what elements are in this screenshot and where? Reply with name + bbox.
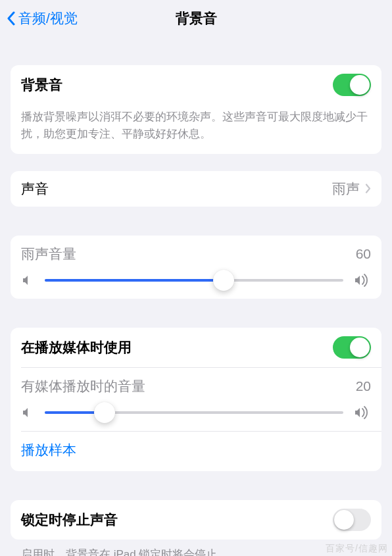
sound-select-group: 声音 雨声 bbox=[11, 171, 381, 207]
rain-volume-block: 雨声音量 60 bbox=[11, 236, 381, 299]
sound-select-label: 声音 bbox=[21, 180, 49, 198]
stop-on-lock-group: 锁定时停止声音 bbox=[11, 500, 381, 540]
sound-select-value-wrap: 雨声 bbox=[332, 180, 371, 198]
use-with-media-switch[interactable] bbox=[333, 336, 371, 359]
back-button[interactable]: 音频/视觉 bbox=[5, 9, 78, 28]
volume-max-icon bbox=[354, 406, 371, 419]
volume-min-icon bbox=[21, 274, 34, 287]
background-sound-description: 播放背景噪声以消弭不必要的环境杂声。这些声音可最大限度地减少干扰，助您更加专注、… bbox=[11, 105, 381, 154]
sound-select-row[interactable]: 声音 雨声 bbox=[11, 171, 381, 207]
media-volume-value: 20 bbox=[356, 378, 371, 394]
rain-volume-slider[interactable] bbox=[45, 279, 343, 282]
media-usage-group: 在播放媒体时使用 有媒体播放时的音量 20 播放样本 bbox=[11, 328, 381, 471]
stop-on-lock-row: 锁定时停止声音 bbox=[11, 500, 381, 540]
background-sound-switch[interactable] bbox=[333, 74, 371, 96]
stop-on-lock-label: 锁定时停止声音 bbox=[21, 511, 118, 529]
background-sound-toggle-row: 背景音 bbox=[11, 65, 381, 105]
page-title: 背景音 bbox=[176, 9, 217, 28]
rain-volume-value: 60 bbox=[356, 246, 371, 262]
nav-bar: 音频/视觉 背景音 bbox=[0, 0, 392, 36]
background-sound-group: 背景音 播放背景噪声以消弭不必要的环境杂声。这些声音可最大限度地减少干扰，助您更… bbox=[11, 65, 381, 154]
use-with-media-label: 在播放媒体时使用 bbox=[21, 338, 132, 357]
stop-on-lock-switch[interactable] bbox=[333, 509, 371, 531]
background-sound-label: 背景音 bbox=[21, 76, 62, 94]
volume-max-icon bbox=[354, 274, 371, 287]
sound-select-value: 雨声 bbox=[332, 180, 360, 198]
chevron-left-icon bbox=[5, 10, 17, 27]
media-volume-title: 有媒体播放时的音量 bbox=[21, 377, 145, 395]
use-with-media-row: 在播放媒体时使用 bbox=[11, 328, 381, 367]
rain-volume-title: 雨声音量 bbox=[21, 245, 76, 263]
watermark: 百家号/信趣网 bbox=[326, 543, 388, 555]
volume-min-icon bbox=[21, 406, 34, 419]
back-label: 音频/视觉 bbox=[18, 9, 78, 28]
media-volume-slider[interactable] bbox=[45, 411, 343, 414]
media-volume-block: 有媒体播放时的音量 20 bbox=[11, 368, 381, 431]
chevron-right-icon bbox=[365, 181, 371, 197]
play-sample-link[interactable]: 播放样本 bbox=[11, 432, 381, 471]
rain-volume-group: 雨声音量 60 bbox=[11, 236, 381, 299]
